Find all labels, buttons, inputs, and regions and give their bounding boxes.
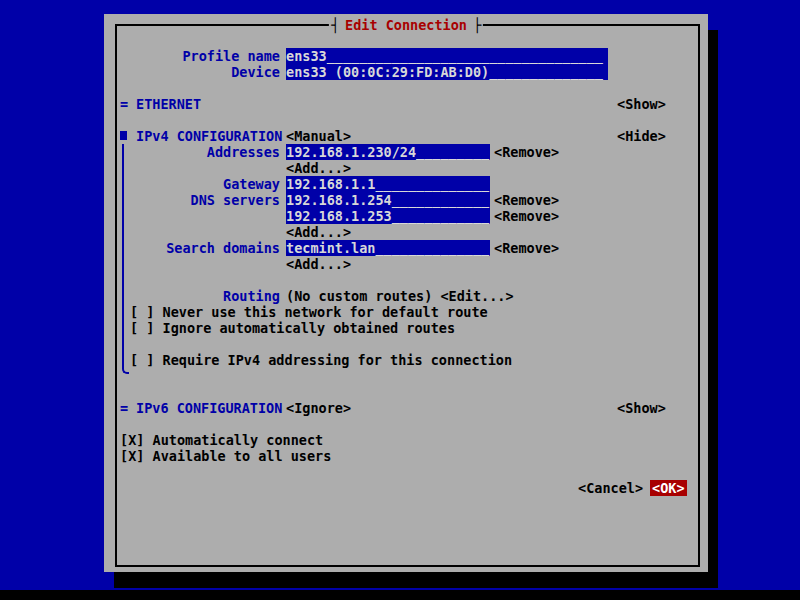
gateway-label: Gateway: [114, 176, 280, 192]
checkbox-icon[interactable]: [ ]: [130, 352, 154, 368]
ok-button[interactable]: <OK>: [650, 480, 687, 496]
ethernet-show-button[interactable]: <Show>: [617, 96, 666, 112]
ipv6-collapse-icon: =: [120, 400, 128, 416]
ethernet-collapse-icon: =: [120, 96, 128, 112]
checkbox-label: Available to all users: [153, 448, 332, 464]
device-label: Device: [114, 64, 280, 80]
ipv4-section-label: IPv4 CONFIGURATION: [136, 128, 282, 144]
ipv4-hide-button[interactable]: <Hide>: [617, 128, 666, 144]
edit-connection-dialog: ┤Edit Connection├ Profile name ens33____…: [104, 14, 708, 572]
routing-edit-button[interactable]: <Edit...>: [440, 288, 513, 304]
checkbox-icon[interactable]: [ ]: [130, 320, 154, 336]
checkbox-require-ipv4[interactable]: [ ] Require IPv4 addressing for this con…: [130, 352, 512, 368]
search-domain-remove-button[interactable]: <Remove>: [494, 240, 559, 256]
dialog-title: ┤Edit Connection├: [329, 17, 483, 33]
dns-servers-label: DNS servers: [114, 192, 280, 208]
routing-label: Routing: [114, 288, 280, 304]
dns-add-button[interactable]: <Add...>: [286, 224, 351, 240]
profile-name-input[interactable]: ens33__________________________________: [286, 48, 608, 64]
title-border-left-icon: ┤: [331, 17, 339, 33]
dns-server-input-2[interactable]: 192.168.1.253____________: [286, 208, 490, 224]
ethernet-section-label: ETHERNET: [136, 96, 201, 112]
ipv6-show-button[interactable]: <Show>: [617, 400, 666, 416]
checkbox-never-default-route[interactable]: [ ] Never use this network for default r…: [130, 304, 488, 320]
checkbox-ignore-auto-routes[interactable]: [ ] Ignore automatically obtained routes: [130, 320, 455, 336]
device-input[interactable]: ens33 (00:0C:29:FD:AB:D0)______________: [286, 64, 608, 80]
dns-remove-button-1[interactable]: <Remove>: [494, 192, 559, 208]
search-domain-add-button[interactable]: <Add...>: [286, 256, 351, 272]
address-remove-button[interactable]: <Remove>: [494, 144, 559, 160]
checkbox-automatically-connect[interactable]: [X] Automatically connect: [120, 432, 323, 448]
checkbox-label: Never use this network for default route: [163, 304, 488, 320]
checkbox-label: Require IPv4 addressing for this connect…: [163, 352, 513, 368]
address-add-button[interactable]: <Add...>: [286, 160, 351, 176]
cancel-button[interactable]: <Cancel>: [578, 480, 643, 496]
dns-server-input-1[interactable]: 192.168.1.254____________: [286, 192, 490, 208]
search-domains-label: Search domains: [114, 240, 280, 256]
search-domain-input[interactable]: tecmint.lan______________: [286, 240, 490, 256]
addresses-label: Addresses: [114, 144, 280, 160]
profile-name-label: Profile name: [114, 48, 280, 64]
ipv6-section-label: IPv6 CONFIGURATION: [136, 400, 282, 416]
dns-remove-button-2[interactable]: <Remove>: [494, 208, 559, 224]
page-title: Edit Connection: [339, 17, 473, 33]
gateway-input[interactable]: 192.168.1.1______________: [286, 176, 490, 192]
ipv4-expanded-icon: [120, 131, 127, 140]
checkbox-label: Automatically connect: [153, 432, 324, 448]
checkbox-available-all-users[interactable]: [X] Available to all users: [120, 448, 331, 464]
ipv4-mode-dropdown[interactable]: <Manual>: [286, 128, 351, 144]
routing-row: (No custom routes) <Edit...>: [286, 288, 514, 304]
checkbox-icon[interactable]: [X]: [120, 432, 144, 448]
title-border-right-icon: ├: [473, 17, 481, 33]
checkbox-icon[interactable]: [X]: [120, 448, 144, 464]
routing-status: (No custom routes): [286, 288, 432, 304]
ipv6-mode-dropdown[interactable]: <Ignore>: [286, 400, 351, 416]
checkbox-icon[interactable]: [ ]: [130, 304, 154, 320]
address-input[interactable]: 192.168.1.230/24_________: [286, 144, 490, 160]
checkbox-label: Ignore automatically obtained routes: [163, 320, 456, 336]
